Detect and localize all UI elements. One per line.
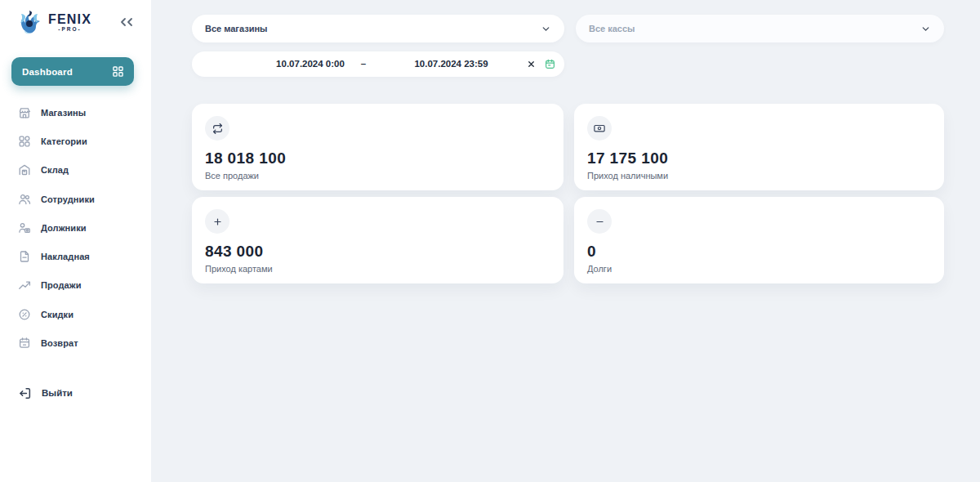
stat-value: 17 175 100 (587, 150, 931, 167)
brand-logo: FENIX -PRO- (13, 6, 91, 38)
sidebar-item-label: Сотрудники (41, 194, 95, 204)
plus-icon (205, 209, 229, 234)
sidebar-item-label: Магазины (41, 108, 86, 118)
sidebar-item-stores[interactable]: Магазины (0, 98, 151, 127)
date-range-end: 10.07.2024 23:59 (384, 51, 519, 77)
stat-value: 0 (587, 243, 931, 261)
stat-label: Приход наличными (587, 171, 931, 181)
stat-card-cash-income: 17 175 100 Приход наличными (574, 104, 944, 190)
banknote-icon (587, 116, 612, 141)
date-range-separator: – (355, 51, 372, 77)
sidebar-item-label: Возврат (41, 338, 78, 348)
stores-select-value: Все магазины (205, 24, 267, 33)
phoenix-logo-icon (13, 6, 46, 38)
sidebar-item-discounts[interactable]: Скидки (0, 300, 151, 328)
stores-select[interactable]: Все магазины (192, 15, 564, 42)
sidebar: FENIX -PRO- Dashboard Магазины (0, 0, 151, 482)
minus-icon (587, 209, 612, 234)
clear-date-icon[interactable] (527, 60, 536, 69)
logout-button[interactable]: Выйти (18, 383, 73, 403)
employees-icon (18, 193, 31, 206)
cashboxes-select[interactable]: Все кассы (576, 15, 944, 42)
cashboxes-select-value: Все кассы (589, 24, 635, 33)
calendar-icon[interactable] (545, 59, 555, 69)
dashboard-button[interactable]: Dashboard (11, 57, 134, 86)
categories-icon (18, 135, 31, 148)
sidebar-item-employees[interactable]: Сотрудники (0, 185, 151, 213)
stat-label: Долги (587, 264, 931, 274)
debtors-icon (18, 221, 31, 234)
sidebar-item-invoice[interactable]: Накладная (0, 242, 151, 270)
sidebar-menu: Магазины Категории Склад (0, 98, 151, 358)
logout-label: Выйти (42, 388, 73, 398)
discounts-icon (18, 308, 31, 321)
sidebar-item-debtors[interactable]: Должники (0, 213, 151, 242)
returns-icon (18, 337, 31, 350)
sidebar-item-returns[interactable]: Возврат (0, 328, 151, 357)
stat-card-card-income: 843 000 Приход картами (192, 197, 564, 283)
sidebar-item-label: Склад (41, 165, 69, 175)
sidebar-item-label: Продажи (41, 280, 82, 290)
stat-card-debts: 0 Долги (574, 197, 944, 283)
warehouse-icon (18, 163, 31, 176)
stat-card-all-sales: 18 018 100 Все продажи (192, 104, 564, 190)
collapse-sidebar-icon[interactable] (118, 16, 136, 29)
dashboard-grid-icon (113, 66, 123, 77)
sidebar-item-label: Скидки (41, 310, 74, 319)
stat-value: 18 018 100 (205, 150, 550, 167)
store-icon (18, 106, 31, 119)
sidebar-item-label: Накладная (41, 252, 90, 261)
sales-icon (18, 279, 31, 292)
chevron-down-icon (541, 24, 551, 34)
brand-tagline: -PRO- (58, 26, 81, 32)
stat-value: 843 000 (205, 243, 550, 261)
sidebar-item-categories[interactable]: Категории (0, 127, 151, 155)
date-range-picker[interactable]: 10.07.2024 0:00 – 10.07.2024 23:59 (192, 51, 564, 77)
brand-name: FENIX (48, 12, 91, 26)
sidebar-item-sales[interactable]: Продажи (0, 271, 151, 300)
sidebar-item-label: Должники (41, 223, 87, 233)
sidebar-item-label: Категории (41, 136, 87, 146)
stat-label: Все продажи (205, 171, 550, 181)
repeat-icon (205, 116, 229, 141)
sidebar-item-warehouse[interactable]: Склад (0, 156, 151, 185)
invoice-icon (18, 250, 31, 263)
logout-icon (18, 386, 32, 400)
stat-label: Приход картами (205, 264, 550, 274)
dashboard-label: Dashboard (22, 67, 73, 77)
chevron-down-icon (920, 24, 931, 34)
